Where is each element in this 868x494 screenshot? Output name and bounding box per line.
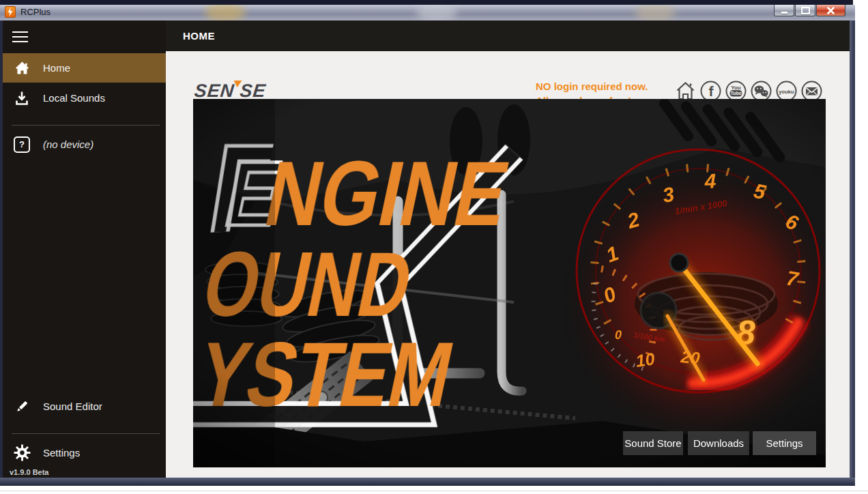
sidebar-item-settings[interactable]: Settings [3, 438, 166, 467]
sidebar-item-device[interactable]: ? (no device) [3, 130, 166, 159]
sidebar-item-home[interactable]: Home [3, 53, 166, 83]
window-border-right [850, 20, 855, 478]
gear-icon [13, 444, 31, 462]
window-top-edge [0, 0, 853, 5]
close-icon [826, 6, 835, 15]
sidebar-divider [12, 125, 160, 126]
window-title: RCPlus [20, 7, 50, 17]
sidebar-item-sound-editor[interactable]: Sound Editor [3, 392, 166, 421]
question-icon: ? [13, 136, 31, 154]
sidebar-item-local-sounds[interactable]: Local Sounds [3, 83, 166, 113]
sidebar: Home Local Sounds ? (no device) Sound Ed… [3, 20, 166, 478]
window-border-bottom [0, 478, 855, 486]
sidebar-item-label: Settings [43, 447, 80, 459]
home-icon [13, 59, 31, 77]
lightning-icon [7, 8, 14, 16]
logo-text: SE [239, 81, 267, 101]
main-area: HOME SENSE NO login required now. All so… [166, 20, 850, 478]
svg-text:You: You [731, 85, 741, 91]
app-version: v1.9.0 Beta [10, 468, 48, 476]
maximize-icon [801, 7, 810, 14]
page-header: HOME [166, 20, 850, 51]
sound-store-button[interactable]: Sound Store [623, 431, 683, 455]
svg-text:youku: youku [779, 89, 794, 95]
desktop-blur-blob [416, 5, 457, 21]
sidebar-item-label: (no device) [43, 139, 93, 150]
settings-button[interactable]: Settings [753, 431, 816, 455]
svg-text:Tube: Tube [730, 91, 741, 96]
page-title: HOME [183, 30, 215, 42]
minimize-icon [781, 12, 787, 14]
hero-banner: E NGINE OUND YSTEM 0 [193, 99, 826, 467]
svg-text:f: f [709, 83, 714, 99]
sidebar-divider [12, 433, 160, 434]
pencil-icon [13, 398, 31, 416]
close-button[interactable] [816, 5, 845, 16]
hamburger-menu-icon[interactable] [12, 31, 30, 44]
downloads-button[interactable]: Downloads [688, 431, 749, 455]
download-icon [13, 89, 31, 107]
sidebar-item-label: Local Sounds [43, 92, 105, 104]
desktop-blur-blob [205, 5, 246, 21]
desktop: RCPlus Home Local Sounds [0, 0, 868, 494]
banner-graphic: E NGINE OUND YSTEM 0 [193, 99, 826, 467]
desktop-edge-line [0, 491, 868, 491]
minimize-button[interactable] [774, 5, 794, 16]
app-icon [5, 6, 16, 18]
maximize-button[interactable] [795, 5, 815, 16]
desktop-blur-blob [635, 5, 676, 21]
sidebar-item-label: Sound Editor [43, 401, 102, 412]
window-controls [773, 5, 845, 17]
window-titlebar[interactable]: RCPlus [0, 5, 855, 21]
promo-line1: NO login required now. [536, 79, 648, 93]
sidebar-item-label: Home [43, 62, 70, 74]
logo-text: SEN [193, 81, 235, 101]
